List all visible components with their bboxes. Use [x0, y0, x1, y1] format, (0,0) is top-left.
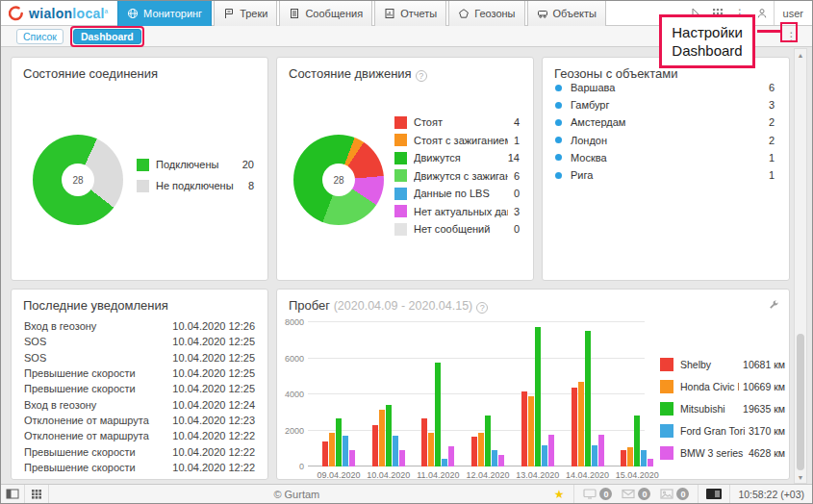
notification-list: Вход в геозону10.04.2020 12:26SOS10.04.2… — [24, 318, 255, 475]
tab-reports[interactable]: Отчеты — [374, 1, 446, 26]
legend-item: Подключены20 — [137, 154, 254, 175]
legend-item: Нет актуальных данных3 — [394, 203, 520, 221]
tab-label: Мониторинг — [143, 8, 202, 19]
geofence-row: Рига1 — [555, 166, 775, 184]
legend-label: Нет сообщений — [414, 223, 508, 235]
legend-label: Shelby — [680, 359, 739, 370]
bar-shelby — [621, 450, 626, 466]
scrollbar-thumb[interactable] — [797, 334, 804, 470]
legend-value: 4628 км — [749, 447, 785, 459]
notification-row: SOS10.04.2020 12:25 — [24, 350, 255, 365]
legend-swatch — [394, 188, 407, 200]
bar-shelby — [521, 391, 527, 466]
bar-ford-gran-torino — [442, 459, 447, 466]
photo-icon — [660, 489, 673, 499]
scroll-down-arrow-icon[interactable]: ▼ — [795, 471, 806, 483]
tab-units[interactable]: Объекты — [527, 1, 606, 26]
notification-row: Превышение скорости10.04.2020 12:22 — [24, 443, 255, 459]
legend-value: 3 — [514, 206, 520, 217]
legend-label: Данные по LBS — [414, 188, 508, 199]
help-icon[interactable]: ? — [476, 302, 488, 314]
main-tabs: МониторингТрекиСообщенияОтчетыГеозоныОбъ… — [117, 1, 608, 26]
geofence-count: 1 — [769, 152, 775, 164]
annotation-target-box — [780, 22, 798, 42]
notification-text: Вход в геозону — [24, 320, 172, 332]
bar-shelby — [421, 418, 427, 466]
bar-group — [572, 322, 604, 466]
bottom-grid-icon[interactable] — [25, 485, 49, 503]
annotation-callout: Настройки Dashboard — [659, 14, 755, 68]
legend-value: 0 — [514, 223, 520, 235]
legend-value: 10681 км — [743, 359, 785, 370]
bar-group — [322, 322, 355, 466]
legend-value: 6 — [514, 170, 520, 182]
dashboard-tab-button[interactable]: Dashboard — [73, 29, 141, 44]
movement-state-panel: Состояние движения? 28 Стоят4Стоят с заж… — [276, 57, 534, 281]
bar-bmw-3-series — [598, 435, 604, 466]
geofence-name: Амстердам — [571, 116, 769, 128]
blue-dot-icon — [555, 154, 562, 161]
legend-swatch — [660, 358, 673, 371]
legend-item: Данные по LBS0 — [394, 185, 520, 203]
bar-group — [521, 322, 554, 466]
status-bar: © Gurtam ★ 0 0 0 10:58:22 (+03) — [1, 484, 812, 503]
connection-donut-chart[interactable]: 28 — [33, 135, 123, 225]
photos-counter[interactable]: 0 — [655, 488, 694, 500]
video-monitor-button[interactable] — [699, 485, 729, 503]
copyright-text: © Gurtam — [49, 489, 545, 500]
y-tick-label: 2000 — [273, 426, 304, 436]
legend-label: Honda Civic R — [680, 381, 739, 392]
bar-honda-civic-r — [428, 433, 434, 466]
notification-text: SOS — [24, 336, 172, 347]
geofence-count: 2 — [769, 135, 775, 146]
tab-monitoring[interactable]: Мониторинг — [117, 1, 212, 26]
wrench-settings-icon[interactable] — [768, 297, 779, 309]
scroll-up-arrow-icon[interactable]: ▲ — [795, 49, 806, 61]
legend-swatch — [660, 402, 673, 416]
donut-center-label: 28 — [322, 164, 355, 196]
geofence-name: Варшава — [571, 82, 769, 93]
tab-messages[interactable]: Сообщения — [279, 1, 372, 26]
bar-bmw-3-series — [648, 459, 653, 466]
movement-donut-chart[interactable]: 28 — [293, 135, 384, 225]
mileage-legend: Shelby10681 кмHonda Civic R10669 кмMitsu… — [660, 353, 785, 464]
tab-label: Сообщения — [305, 8, 363, 19]
tab-geofences[interactable]: Геозоны — [448, 1, 524, 26]
geofence-row: Амстердам2 — [555, 113, 775, 131]
globe-icon — [127, 8, 139, 19]
toggle-left-panel-icon[interactable] — [1, 485, 25, 503]
wialon-app-window: wialonlocalª МониторингТрекиСообщенияОтч… — [0, 0, 813, 504]
help-icon[interactable]: ? — [416, 70, 427, 82]
bar-bmw-3-series — [498, 455, 504, 466]
bar-group — [621, 322, 653, 466]
legend-item: Нет сообщений0 — [394, 220, 520, 239]
bar-group — [471, 322, 504, 466]
legend-swatch — [394, 169, 407, 182]
legend-label: Движутся с зажиганием — [414, 170, 508, 182]
messages-counter[interactable]: 0 — [617, 488, 655, 500]
clock-time: 10:58:22 (+03) — [729, 485, 812, 503]
favorites-star-icon[interactable]: ★ — [545, 488, 574, 501]
bar-bmw-3-series — [548, 435, 554, 466]
geofence-list: Варшава6Гамбург3Амстердам2Лондон2Москва1… — [555, 79, 775, 184]
bar-ford-gran-torino — [641, 450, 647, 466]
x-tick-label: 15.04.2020 — [612, 470, 662, 480]
bar-mitsubishi — [336, 418, 342, 466]
bar-shelby — [322, 441, 328, 466]
tab-tracks[interactable]: Треки — [214, 1, 277, 26]
y-tick-label: 8000 — [273, 317, 304, 327]
notification-row: SOS10.04.2020 12:25 — [24, 334, 255, 349]
notification-badges: 0 0 0 — [573, 485, 699, 503]
screen-counter[interactable]: 0 — [578, 488, 617, 500]
legend-item: Не подключены8 — [137, 175, 254, 196]
vertical-scrollbar[interactable]: ▲ ▼ — [794, 48, 807, 484]
list-tab-button[interactable]: Список — [16, 29, 64, 44]
legend-swatch — [394, 116, 407, 129]
mileage-plot[interactable]: 0200040006000800009.04.202010.04.202011.… — [308, 322, 645, 466]
legend-swatch — [660, 446, 673, 460]
bar-shelby — [572, 388, 577, 467]
legend-label: Mitsubishi — [680, 403, 739, 415]
notification-time: 10.04.2020 12:23 — [172, 415, 255, 426]
notification-row: Вход в геозону10.04.2020 12:26 — [24, 318, 255, 334]
notification-time: 10.04.2020 12:25 — [172, 367, 255, 379]
